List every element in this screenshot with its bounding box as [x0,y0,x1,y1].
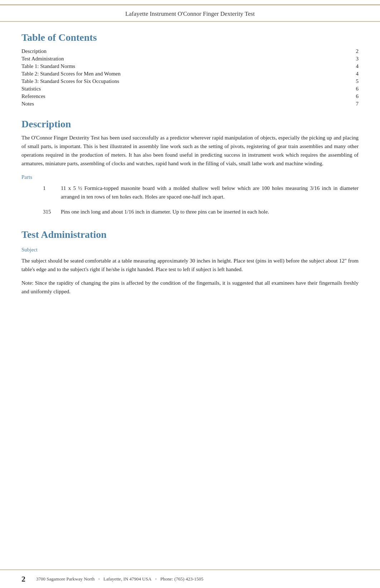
toc-item-label: Description [21,48,308,55]
description-section: Description The O'Connor Finger Dexterit… [21,118,359,216]
parts-item-desc: 11 x 5 ½ Formica-topped masonite board w… [61,184,359,201]
footer-dot-1: · [98,575,100,583]
parts-item-num: 315 [43,207,61,216]
toc-row: Table 3: Standard Scores for Six Occupat… [21,78,359,85]
toc-item-page: 2 [308,48,359,55]
toc-item-label: References [21,93,308,100]
toc-item-label: Notes [21,100,308,108]
toc-section: Table of Contents Description2Test Admin… [21,32,359,108]
toc-row: Notes7 [21,100,359,108]
test-administration-section: Test Administration Subject The subject … [21,229,359,296]
toc-item-page: 4 [308,70,359,78]
footer-phone: Phone: (765) 423-1505 [160,576,204,582]
toc-row: References6 [21,93,359,100]
toc-table: Description2Test Administration3Table 1:… [21,48,359,108]
parts-heading: Parts [21,174,359,180]
footer: 2 3700 Sagamore Parkway North · Lafayett… [0,570,380,588]
header-title: Lafayette Instrument O'Connor Finger Dex… [125,10,255,17]
toc-row: Description2 [21,48,359,55]
footer-page-number: 2 [21,574,25,584]
parts-item-desc: Pins one inch long and about 1/16 inch i… [61,207,359,216]
admin-note: Note: Since the rapidity of changing the… [21,279,359,296]
toc-item-label: Table 1: Standard Norms [21,63,308,70]
toc-item-page: 5 [308,78,359,85]
toc-row: Table 2: Standard Scores for Men and Wom… [21,70,359,78]
main-content: Table of Contents Description2Test Admin… [0,22,380,569]
footer-dot-2: · [155,575,157,583]
subject-heading: Subject [21,247,359,253]
description-body: The O'Connor Finger Dexterity Test has b… [21,133,359,168]
toc-item-page: 6 [308,85,359,93]
description-heading: Description [21,118,359,130]
footer-address: 3700 Sagamore Parkway North [36,576,95,582]
parts-list: 111 x 5 ½ Formica-topped masonite board … [43,184,359,216]
toc-row: Statistics6 [21,85,359,93]
toc-item-label: Table 2: Standard Scores for Men and Wom… [21,70,308,78]
toc-item-page: 6 [308,93,359,100]
subject-body: The subject should be seated comfortable… [21,256,359,274]
toc-row: Test Administration3 [21,55,359,63]
toc-item-label: Statistics [21,85,308,93]
toc-item-page: 3 [308,55,359,63]
toc-row: Table 1: Standard Norms4 [21,63,359,70]
footer-city: Lafayette, IN 47904 USA [103,576,151,582]
footer-info: 3700 Sagamore Parkway North · Lafayette,… [36,575,203,583]
parts-item: 111 x 5 ½ Formica-topped masonite board … [43,184,359,201]
parts-item: 315Pins one inch long and about 1/16 inc… [43,207,359,216]
toc-heading: Table of Contents [21,32,359,43]
page-header: Lafayette Instrument O'Connor Finger Dex… [0,5,380,21]
toc-item-page: 4 [308,63,359,70]
toc-item-page: 7 [308,100,359,108]
toc-item-label: Table 3: Standard Scores for Six Occupat… [21,78,308,85]
test-admin-heading: Test Administration [21,229,359,240]
toc-item-label: Test Administration [21,55,308,63]
parts-item-num: 1 [43,184,61,201]
